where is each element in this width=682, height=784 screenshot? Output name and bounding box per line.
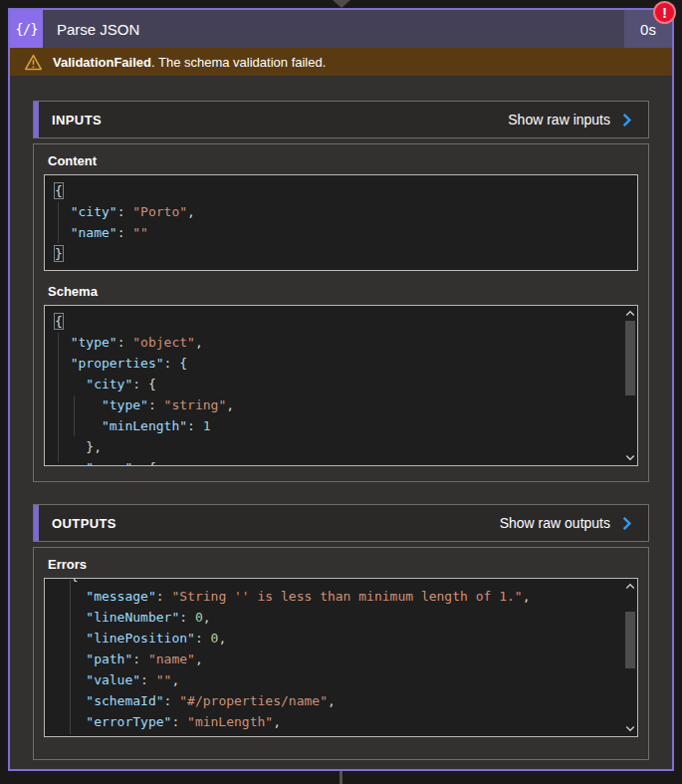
panel-accent-bar xyxy=(34,102,39,137)
designer-canvas: {/} Parse JSON 0s ValidationFailed. The … xyxy=(0,0,682,784)
parse-json-icon-glyph: {/} xyxy=(15,21,37,37)
outputs-title: OUTPUTS xyxy=(52,516,116,531)
show-raw-outputs-label: Show raw outputs xyxy=(500,515,610,531)
chevron-down-icon xyxy=(624,722,636,734)
errors-code-box: { "message": "String '' is less than min… xyxy=(44,578,638,737)
error-badge: ! xyxy=(653,1,676,24)
warning-text: ValidationFailed. The schema validation … xyxy=(53,55,326,70)
panel-accent-bar xyxy=(34,505,39,541)
content-code: { "city": "Porto", "name": ""} xyxy=(45,175,637,264)
chevron-right-icon xyxy=(619,113,634,128)
scroll-up-button[interactable] xyxy=(623,580,637,594)
outputs-panel-body: Errors { "message": "String '' is less t… xyxy=(33,547,649,760)
chevron-up-icon xyxy=(624,581,636,593)
scroll-down-button[interactable] xyxy=(623,450,637,464)
error-badge-glyph: ! xyxy=(662,5,667,21)
schema-code-box: { "type": "object", "properties": { "cit… xyxy=(44,305,638,466)
warning-triangle-icon xyxy=(24,54,43,71)
parse-json-icon: {/} xyxy=(10,10,43,48)
indent-guide xyxy=(58,202,59,243)
errors-label: Errors xyxy=(48,557,638,572)
warning-code: ValidationFailed xyxy=(53,55,151,70)
connector-line xyxy=(340,771,342,784)
action-title: Parse JSON xyxy=(43,10,139,48)
errors-scrollbar[interactable] xyxy=(623,579,637,736)
schema-code: { "type": "object", "properties": { "cit… xyxy=(45,306,637,466)
scrollbar-thumb[interactable] xyxy=(625,321,635,395)
validation-warning-banner: ValidationFailed. The schema validation … xyxy=(10,48,672,76)
show-raw-outputs-link[interactable]: Show raw outputs xyxy=(500,515,634,531)
chevron-right-icon xyxy=(619,516,634,531)
outputs-panel-header: OUTPUTS Show raw outputs xyxy=(33,504,649,542)
parse-json-action-card: {/} Parse JSON 0s ValidationFailed. The … xyxy=(8,8,674,771)
schema-scrollbar[interactable] xyxy=(623,306,637,465)
scrollbar-thumb[interactable] xyxy=(625,612,635,668)
inputs-title: INPUTS xyxy=(52,113,102,128)
scroll-up-button[interactable] xyxy=(623,307,637,321)
indent-guide xyxy=(74,395,75,436)
schema-label: Schema xyxy=(48,284,638,299)
inputs-panel-header: INPUTS Show raw inputs xyxy=(33,101,649,138)
chevron-up-icon xyxy=(624,308,636,320)
connector-arrow-icon xyxy=(333,0,350,8)
errors-code: { "message": "String '' is less than min… xyxy=(45,578,637,737)
indent-guide xyxy=(70,580,71,734)
scroll-down-button[interactable] xyxy=(623,721,637,735)
inputs-panel-body: Content { "city": "Porto", "name": ""} S… xyxy=(33,143,649,482)
content-label: Content xyxy=(48,153,638,168)
content-code-box: { "city": "Porto", "name": ""} xyxy=(44,174,638,271)
show-raw-inputs-link[interactable]: Show raw inputs xyxy=(508,112,634,128)
chevron-down-icon xyxy=(624,451,636,463)
action-header[interactable]: {/} Parse JSON 0s xyxy=(10,10,672,48)
indent-guide xyxy=(58,333,59,462)
show-raw-inputs-label: Show raw inputs xyxy=(508,112,610,128)
warning-message: . The schema validation failed. xyxy=(151,55,326,70)
